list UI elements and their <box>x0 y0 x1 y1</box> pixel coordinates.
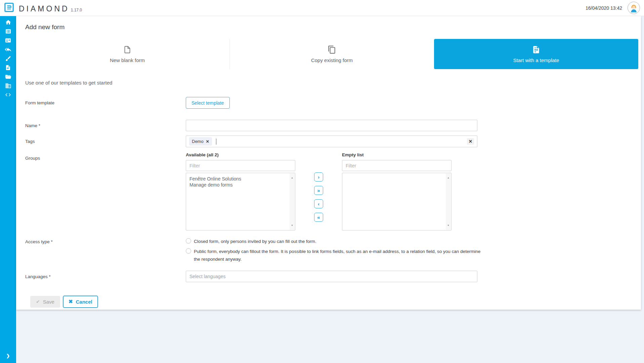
languages-label: Languages * <box>25 271 186 282</box>
groups-dual-list: Available (all 2) Fenêtre Online Solutio… <box>186 152 452 230</box>
remove-tag-icon[interactable]: ✕ <box>206 140 209 144</box>
code-icon <box>5 92 11 98</box>
sidebar-item-forms[interactable] <box>3 28 13 35</box>
document-icon <box>5 64 11 71</box>
brand-logo: DIAMOND 1.17.0 <box>4 2 82 14</box>
tags-label: Tags <box>25 136 186 147</box>
groups-label: Groups <box>25 152 186 230</box>
available-filter-input[interactable] <box>186 160 295 171</box>
form-type-tabs: New blank form Copy existing form Start <box>25 39 638 69</box>
intro-text: Use one of our templates to get started <box>25 80 638 86</box>
selected-listbox[interactable]: ▲ ▼ <box>342 173 452 230</box>
tab-new-blank-form[interactable]: New blank form <box>25 39 229 69</box>
sidebar-item-developer[interactable] <box>3 91 13 98</box>
move-left-button[interactable]: ‹ <box>314 199 323 208</box>
app-version: 1.17.0 <box>71 6 82 14</box>
chevron-right-icon: ❯ <box>6 353 10 358</box>
save-button[interactable]: ✔ Save <box>30 296 60 308</box>
save-button-label: Save <box>43 299 54 305</box>
selected-header: Empty list <box>342 152 452 157</box>
access-option-text: Closed form, only persons invited by you… <box>194 238 316 246</box>
text-caret <box>216 139 216 145</box>
available-scrollbar[interactable]: ▲ ▼ <box>290 173 295 230</box>
tab-label: Copy existing form <box>311 57 353 63</box>
sidebar-item-design[interactable] <box>3 55 13 62</box>
form-template-label: Form template <box>25 97 186 109</box>
access-type-label: Access type * <box>25 236 186 265</box>
left-sidebar: ❯ <box>0 16 16 363</box>
person-avatar-icon <box>628 2 640 14</box>
sidebar-item-home[interactable] <box>3 19 13 25</box>
list-item[interactable]: Manage demo forms <box>189 182 286 188</box>
sidebar-item-contacts[interactable] <box>3 37 13 44</box>
tag-chip: Demo ✕ <box>189 137 212 146</box>
scroll-down-icon[interactable]: ▼ <box>447 222 449 228</box>
copy-pages-icon <box>328 45 336 54</box>
home-icon <box>5 19 11 25</box>
access-option-public[interactable]: Public form, everybody can fillout the f… <box>186 248 481 263</box>
building-icon <box>5 83 11 89</box>
template-page-icon <box>532 45 541 54</box>
cancel-button[interactable]: ✖ Cancel <box>63 296 98 308</box>
available-groups-column: Available (all 2) Fenêtre Online Solutio… <box>186 152 295 230</box>
contact-card-icon <box>5 37 11 44</box>
sidebar-item-organization[interactable] <box>3 82 13 89</box>
selected-groups-column: Empty list ▲ ▼ <box>342 152 452 230</box>
diamond-logo-icon <box>4 2 14 14</box>
access-option-text: Public form, everybody can fillout the f… <box>194 248 481 263</box>
tab-label: New blank form <box>110 57 145 63</box>
folder-open-icon <box>5 73 11 80</box>
languages-input[interactable] <box>186 271 477 282</box>
cancel-button-label: Cancel <box>76 299 92 305</box>
select-template-button[interactable]: Select template <box>186 97 230 109</box>
page-title: Add new form <box>25 16 638 31</box>
top-header: DIAMOND 1.17.0 16/04/2020 13:42 <box>0 0 644 16</box>
add-form-fields: Form template Select template Name * Tag… <box>25 97 638 308</box>
selected-filter-input[interactable] <box>342 160 452 171</box>
access-type-options: Closed form, only persons invited by you… <box>186 236 481 265</box>
move-all-right-button[interactable]: » <box>314 186 323 195</box>
sidebar-expand-button[interactable]: ❯ <box>0 353 16 358</box>
tab-copy-existing-form[interactable]: Copy existing form <box>229 39 434 69</box>
list-item[interactable]: Fenêtre Online Solutions <box>189 176 286 182</box>
x-icon: ✖ <box>69 299 73 305</box>
chevron-right-icon: › <box>318 174 319 179</box>
move-right-button[interactable]: › <box>314 172 323 182</box>
clear-tags-icon[interactable]: ✕ <box>467 138 474 145</box>
tab-start-with-template[interactable]: Start with a template <box>434 39 638 69</box>
tab-label: Start with a template <box>513 57 559 63</box>
access-option-closed[interactable]: Closed form, only persons invited by you… <box>186 238 481 246</box>
reply-all-icon <box>5 46 11 53</box>
scroll-up-icon[interactable]: ▲ <box>447 175 449 181</box>
user-avatar[interactable] <box>628 2 640 14</box>
double-chevron-left-icon: « <box>317 215 320 220</box>
form-actions: ✔ Save ✖ Cancel <box>30 296 638 308</box>
brush-icon <box>5 55 11 62</box>
selected-scrollbar[interactable]: ▲ ▼ <box>446 173 451 230</box>
main-content-card: Add new form New blank form Copy existin… <box>16 16 641 310</box>
available-header: Available (all 2) <box>186 152 295 157</box>
sidebar-item-folders[interactable] <box>3 73 13 80</box>
available-listbox[interactable]: Fenêtre Online Solutions Manage demo for… <box>186 173 295 230</box>
sidebar-item-documents[interactable] <box>3 64 13 71</box>
name-label: Name * <box>25 120 186 131</box>
double-chevron-right-icon: » <box>317 188 320 193</box>
datetime-display: 16/04/2020 13:42 <box>586 5 622 11</box>
transfer-buttons: › » ‹ « <box>295 152 342 230</box>
list-icon <box>5 28 11 35</box>
radio-button-icon[interactable] <box>186 248 191 254</box>
tag-chip-label: Demo <box>192 139 204 144</box>
tags-input[interactable]: Demo ✕ ✕ <box>186 136 477 147</box>
check-icon: ✔ <box>36 299 40 304</box>
scroll-up-icon[interactable]: ▲ <box>291 175 293 181</box>
sidebar-item-responses[interactable] <box>3 46 13 53</box>
chevron-left-icon: ‹ <box>318 201 319 206</box>
blank-page-icon <box>123 45 132 54</box>
move-all-left-button[interactable]: « <box>314 213 323 222</box>
brand-name: DIAMOND <box>19 4 70 14</box>
name-input[interactable] <box>186 120 477 131</box>
scroll-down-icon[interactable]: ▼ <box>291 222 293 228</box>
radio-button-icon[interactable] <box>186 238 191 244</box>
